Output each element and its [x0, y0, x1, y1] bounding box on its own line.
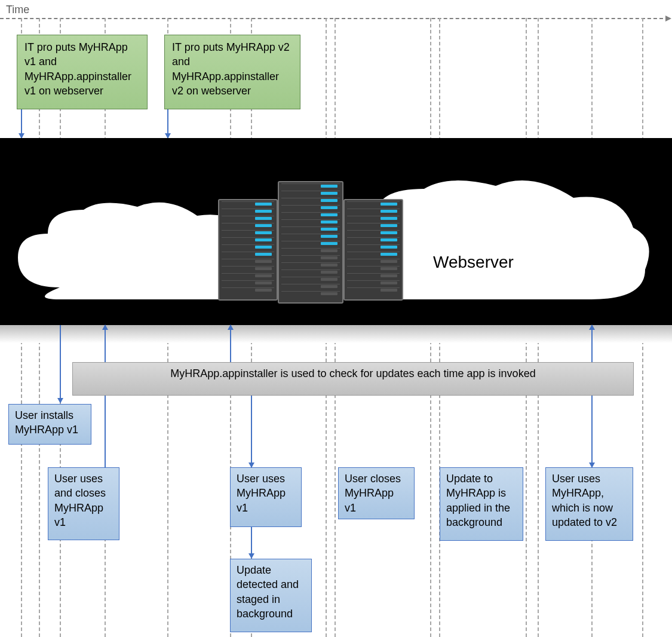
time-label: Time: [6, 4, 29, 16]
arrow-up-icon: [105, 325, 106, 468]
user-step-update-detected: Update detected and staged in background: [230, 559, 312, 632]
arrow-up-icon: [230, 325, 231, 362]
itpro-step: IT pro puts MyHRApp v1 and MyHRApp.appin…: [17, 35, 148, 109]
appinstaller-note: MyHRApp.appinstaller is used to check fo…: [72, 362, 634, 396]
arrow-down-icon: [591, 396, 593, 467]
arrow-down-icon: [21, 109, 22, 138]
arrow-down-icon: [167, 109, 168, 138]
webserver-label: Webserver: [433, 253, 514, 272]
user-step-closes: User closes MyHRApp v1: [338, 467, 415, 519]
arrow-down-icon: [251, 396, 252, 467]
arrow-up-icon: [591, 325, 593, 362]
band-shadow: [0, 325, 672, 343]
webserver-band: Webserver: [0, 138, 672, 325]
server-rack-icon: [278, 181, 343, 304]
itpro-step: IT pro puts MyHRApp v2 and MyHRApp.appin…: [164, 35, 300, 109]
server-rack-icon: [343, 199, 403, 301]
user-step-uses-v1: User uses MyHRApp v1: [230, 467, 302, 527]
server-rack-icon: [218, 199, 278, 301]
user-step-uses-closes: User uses and closes MyHRApp v1: [48, 467, 119, 540]
user-step-updated-v2: User uses MyHRApp, which is now updated …: [545, 467, 633, 541]
user-step-applied: Update to MyHRApp is applied in the back…: [440, 467, 523, 541]
user-step-install: User installs MyHRApp v1: [8, 404, 91, 445]
arrow-down-icon: [251, 527, 252, 558]
arrow-down-icon: [60, 325, 61, 403]
